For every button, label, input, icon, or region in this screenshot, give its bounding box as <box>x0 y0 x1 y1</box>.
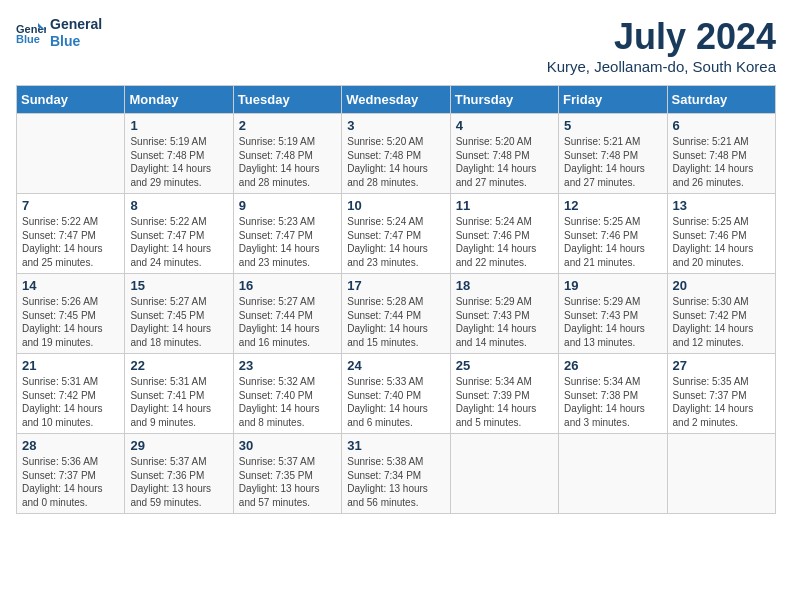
day-number: 22 <box>130 358 227 373</box>
day-number: 11 <box>456 198 553 213</box>
day-info: Sunrise: 5:34 AM Sunset: 7:38 PM Dayligh… <box>564 375 661 429</box>
calendar-cell: 2Sunrise: 5:19 AM Sunset: 7:48 PM Daylig… <box>233 114 341 194</box>
day-number: 20 <box>673 278 770 293</box>
day-number: 30 <box>239 438 336 453</box>
calendar-cell: 23Sunrise: 5:32 AM Sunset: 7:40 PM Dayli… <box>233 354 341 434</box>
day-info: Sunrise: 5:37 AM Sunset: 7:36 PM Dayligh… <box>130 455 227 509</box>
day-info: Sunrise: 5:25 AM Sunset: 7:46 PM Dayligh… <box>564 215 661 269</box>
calendar-cell: 6Sunrise: 5:21 AM Sunset: 7:48 PM Daylig… <box>667 114 775 194</box>
calendar-cell: 17Sunrise: 5:28 AM Sunset: 7:44 PM Dayli… <box>342 274 450 354</box>
calendar-cell: 13Sunrise: 5:25 AM Sunset: 7:46 PM Dayli… <box>667 194 775 274</box>
calendar-cell: 7Sunrise: 5:22 AM Sunset: 7:47 PM Daylig… <box>17 194 125 274</box>
calendar-cell <box>667 434 775 514</box>
calendar-cell <box>559 434 667 514</box>
column-header-tuesday: Tuesday <box>233 86 341 114</box>
column-header-saturday: Saturday <box>667 86 775 114</box>
column-header-sunday: Sunday <box>17 86 125 114</box>
calendar-cell: 28Sunrise: 5:36 AM Sunset: 7:37 PM Dayli… <box>17 434 125 514</box>
calendar-cell: 8Sunrise: 5:22 AM Sunset: 7:47 PM Daylig… <box>125 194 233 274</box>
day-number: 17 <box>347 278 444 293</box>
calendar-cell: 19Sunrise: 5:29 AM Sunset: 7:43 PM Dayli… <box>559 274 667 354</box>
calendar-cell: 14Sunrise: 5:26 AM Sunset: 7:45 PM Dayli… <box>17 274 125 354</box>
day-number: 2 <box>239 118 336 133</box>
column-header-monday: Monday <box>125 86 233 114</box>
calendar-week-5: 28Sunrise: 5:36 AM Sunset: 7:37 PM Dayli… <box>17 434 776 514</box>
logo-line2: Blue <box>50 33 102 50</box>
day-number: 23 <box>239 358 336 373</box>
day-number: 19 <box>564 278 661 293</box>
calendar-cell: 18Sunrise: 5:29 AM Sunset: 7:43 PM Dayli… <box>450 274 558 354</box>
day-number: 13 <box>673 198 770 213</box>
day-info: Sunrise: 5:35 AM Sunset: 7:37 PM Dayligh… <box>673 375 770 429</box>
day-info: Sunrise: 5:31 AM Sunset: 7:42 PM Dayligh… <box>22 375 119 429</box>
calendar-cell: 4Sunrise: 5:20 AM Sunset: 7:48 PM Daylig… <box>450 114 558 194</box>
calendar-cell: 10Sunrise: 5:24 AM Sunset: 7:47 PM Dayli… <box>342 194 450 274</box>
day-info: Sunrise: 5:20 AM Sunset: 7:48 PM Dayligh… <box>456 135 553 189</box>
day-number: 7 <box>22 198 119 213</box>
day-number: 8 <box>130 198 227 213</box>
day-info: Sunrise: 5:31 AM Sunset: 7:41 PM Dayligh… <box>130 375 227 429</box>
day-info: Sunrise: 5:24 AM Sunset: 7:46 PM Dayligh… <box>456 215 553 269</box>
day-info: Sunrise: 5:34 AM Sunset: 7:39 PM Dayligh… <box>456 375 553 429</box>
day-number: 21 <box>22 358 119 373</box>
day-info: Sunrise: 5:28 AM Sunset: 7:44 PM Dayligh… <box>347 295 444 349</box>
day-number: 28 <box>22 438 119 453</box>
day-info: Sunrise: 5:19 AM Sunset: 7:48 PM Dayligh… <box>130 135 227 189</box>
day-info: Sunrise: 5:21 AM Sunset: 7:48 PM Dayligh… <box>564 135 661 189</box>
day-info: Sunrise: 5:24 AM Sunset: 7:47 PM Dayligh… <box>347 215 444 269</box>
column-header-wednesday: Wednesday <box>342 86 450 114</box>
day-info: Sunrise: 5:36 AM Sunset: 7:37 PM Dayligh… <box>22 455 119 509</box>
day-number: 6 <box>673 118 770 133</box>
calendar-cell: 27Sunrise: 5:35 AM Sunset: 7:37 PM Dayli… <box>667 354 775 434</box>
calendar-cell <box>17 114 125 194</box>
day-info: Sunrise: 5:26 AM Sunset: 7:45 PM Dayligh… <box>22 295 119 349</box>
calendar-cell: 1Sunrise: 5:19 AM Sunset: 7:48 PM Daylig… <box>125 114 233 194</box>
day-number: 4 <box>456 118 553 133</box>
calendar-cell: 16Sunrise: 5:27 AM Sunset: 7:44 PM Dayli… <box>233 274 341 354</box>
calendar-cell: 15Sunrise: 5:27 AM Sunset: 7:45 PM Dayli… <box>125 274 233 354</box>
day-info: Sunrise: 5:22 AM Sunset: 7:47 PM Dayligh… <box>130 215 227 269</box>
day-number: 10 <box>347 198 444 213</box>
calendar-cell: 31Sunrise: 5:38 AM Sunset: 7:34 PM Dayli… <box>342 434 450 514</box>
calendar-cell: 9Sunrise: 5:23 AM Sunset: 7:47 PM Daylig… <box>233 194 341 274</box>
day-info: Sunrise: 5:22 AM Sunset: 7:47 PM Dayligh… <box>22 215 119 269</box>
logo-line1: General <box>50 16 102 33</box>
calendar-cell: 25Sunrise: 5:34 AM Sunset: 7:39 PM Dayli… <box>450 354 558 434</box>
day-number: 24 <box>347 358 444 373</box>
calendar-cell: 21Sunrise: 5:31 AM Sunset: 7:42 PM Dayli… <box>17 354 125 434</box>
day-info: Sunrise: 5:25 AM Sunset: 7:46 PM Dayligh… <box>673 215 770 269</box>
day-number: 18 <box>456 278 553 293</box>
day-info: Sunrise: 5:32 AM Sunset: 7:40 PM Dayligh… <box>239 375 336 429</box>
day-number: 5 <box>564 118 661 133</box>
day-info: Sunrise: 5:21 AM Sunset: 7:48 PM Dayligh… <box>673 135 770 189</box>
day-info: Sunrise: 5:33 AM Sunset: 7:40 PM Dayligh… <box>347 375 444 429</box>
calendar-cell <box>450 434 558 514</box>
calendar-cell: 11Sunrise: 5:24 AM Sunset: 7:46 PM Dayli… <box>450 194 558 274</box>
day-number: 15 <box>130 278 227 293</box>
day-number: 25 <box>456 358 553 373</box>
day-info: Sunrise: 5:27 AM Sunset: 7:45 PM Dayligh… <box>130 295 227 349</box>
calendar-body: 1Sunrise: 5:19 AM Sunset: 7:48 PM Daylig… <box>17 114 776 514</box>
day-info: Sunrise: 5:38 AM Sunset: 7:34 PM Dayligh… <box>347 455 444 509</box>
svg-text:Blue: Blue <box>16 33 40 45</box>
column-header-thursday: Thursday <box>450 86 558 114</box>
day-number: 9 <box>239 198 336 213</box>
day-number: 16 <box>239 278 336 293</box>
calendar-week-1: 1Sunrise: 5:19 AM Sunset: 7:48 PM Daylig… <box>17 114 776 194</box>
day-info: Sunrise: 5:30 AM Sunset: 7:42 PM Dayligh… <box>673 295 770 349</box>
day-info: Sunrise: 5:23 AM Sunset: 7:47 PM Dayligh… <box>239 215 336 269</box>
day-info: Sunrise: 5:37 AM Sunset: 7:35 PM Dayligh… <box>239 455 336 509</box>
month-title: July 2024 <box>547 16 776 58</box>
day-number: 27 <box>673 358 770 373</box>
calendar-week-2: 7Sunrise: 5:22 AM Sunset: 7:47 PM Daylig… <box>17 194 776 274</box>
day-info: Sunrise: 5:29 AM Sunset: 7:43 PM Dayligh… <box>456 295 553 349</box>
day-info: Sunrise: 5:29 AM Sunset: 7:43 PM Dayligh… <box>564 295 661 349</box>
calendar-cell: 24Sunrise: 5:33 AM Sunset: 7:40 PM Dayli… <box>342 354 450 434</box>
location-subtitle: Kurye, Jeollanam-do, South Korea <box>547 58 776 75</box>
day-number: 12 <box>564 198 661 213</box>
day-info: Sunrise: 5:19 AM Sunset: 7:48 PM Dayligh… <box>239 135 336 189</box>
calendar-cell: 20Sunrise: 5:30 AM Sunset: 7:42 PM Dayli… <box>667 274 775 354</box>
calendar-week-4: 21Sunrise: 5:31 AM Sunset: 7:42 PM Dayli… <box>17 354 776 434</box>
logo: General Blue General Blue <box>16 16 102 50</box>
calendar-table: SundayMondayTuesdayWednesdayThursdayFrid… <box>16 85 776 514</box>
